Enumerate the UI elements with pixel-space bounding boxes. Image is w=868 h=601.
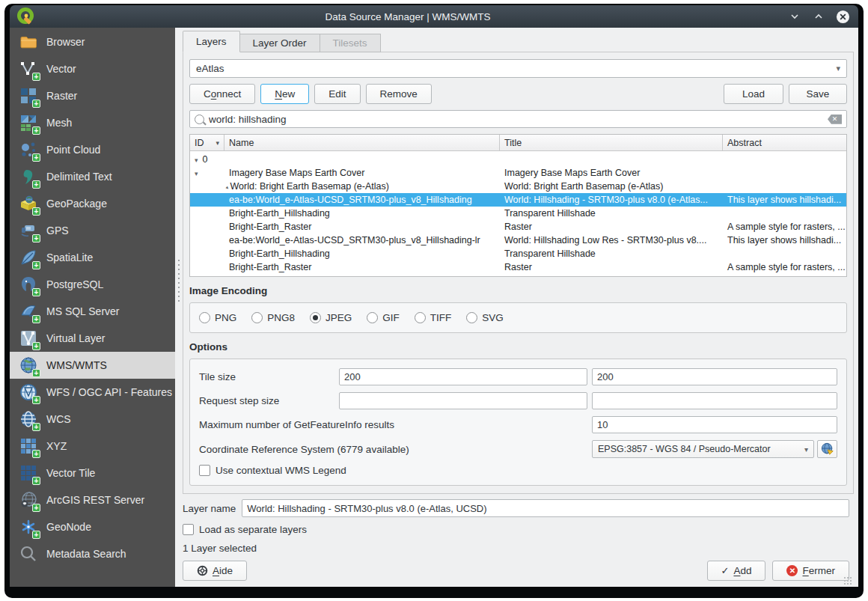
save-button[interactable]: Save [789, 84, 847, 104]
elephant-icon: + [19, 275, 37, 293]
geonode-icon: + [19, 518, 37, 536]
radio-icon [199, 312, 210, 323]
sidebar-item-label: GeoPackage [46, 198, 107, 210]
image-encoding-group: PNG PNG8 JPEG GIF TIFF SVG [189, 302, 847, 333]
raster-icon: + [19, 87, 37, 105]
table-row[interactable]: Bright-Earth_HillshadingTransparent Hill… [190, 247, 846, 260]
help-button[interactable]: Aide [183, 561, 247, 581]
tab-layer-order[interactable]: Layer Order [240, 34, 320, 52]
load-as-separate-layers-checkbox[interactable]: Load as separate layers [183, 524, 849, 535]
xyz-tiles-icon: + [19, 437, 37, 455]
resize-grip[interactable] [843, 576, 852, 585]
radio-gif[interactable]: GIF [367, 312, 400, 323]
table-row[interactable]: Bright-Earth_HillshadingTransparent Hill… [190, 207, 846, 220]
sidebar-item-geonode[interactable]: + GeoNode [10, 513, 175, 540]
layer-name-input[interactable] [242, 499, 849, 517]
max-getfeatureinfo-input[interactable] [592, 416, 837, 433]
add-badge: + [32, 261, 40, 269]
use-contextual-wms-legend-checkbox[interactable]: Use contextual WMS Legend [199, 465, 837, 476]
sidebar-item-wms-wmts[interactable]: + WMS/WMTS [10, 352, 175, 379]
new-button[interactable]: New [260, 84, 309, 104]
request-step-height-input[interactable] [592, 392, 837, 409]
table-row[interactable]: ea-be:World_e-Atlas-UCSD_SRTM30-plus_v8_… [190, 234, 846, 247]
load-button[interactable]: Load [724, 84, 783, 104]
add-button[interactable]: ✓ Add [707, 561, 766, 581]
radio-svg[interactable]: SVG [466, 312, 504, 323]
vector-icon: + [19, 60, 37, 78]
tab-layers[interactable]: Layers [183, 31, 240, 52]
sidebar-item-raster[interactable]: + Raster [10, 82, 175, 109]
close-dialog-button[interactable]: ✕ Fermer [772, 561, 849, 581]
table-header-row: ID▾ Name Title Abstract [190, 135, 846, 151]
radio-png[interactable]: PNG [199, 312, 236, 323]
close-circle-icon: ✕ [786, 565, 798, 576]
options-group: Tile size Request step size Maximum numb… [189, 359, 847, 486]
table-row[interactable]: Bright-Earth_RasterRasterA sample style … [190, 260, 846, 274]
sidebar-item-wfs-ogc-api[interactable]: + WFS / OGC API - Features [10, 379, 175, 406]
radio-label: TIFF [430, 312, 452, 323]
sidebar-item-browser[interactable]: Browser [10, 28, 175, 55]
column-header-id[interactable]: ID▾ [190, 135, 224, 150]
radio-jpeg[interactable]: JPEG [310, 312, 352, 323]
sidebar-item-wcs[interactable]: + WCS [10, 406, 175, 433]
selection-status-text: 1 Layer selected [183, 543, 849, 554]
sidebar-item-vector-tile[interactable]: + Vector Tile [10, 460, 175, 486]
sidebar-item-geopackage[interactable]: + GeoPackage [10, 190, 175, 217]
sidebar-item-spatialite[interactable]: + SpatiaLite [10, 244, 175, 271]
sidebar-item-mesh[interactable]: + Mesh [10, 109, 175, 136]
sort-icon: ▾ [216, 139, 219, 147]
sidebar-item-arcgis-rest-server[interactable]: + ArcGIS REST Server [10, 486, 175, 513]
sidebar-item-vector[interactable]: + Vector [10, 55, 175, 82]
table-row[interactable]: ▾0 [190, 153, 846, 166]
minimize-icon[interactable] [786, 7, 804, 25]
expand-icon[interactable]: ▾ [195, 170, 198, 177]
sidebar-item-point-cloud[interactable]: + Point Cloud [10, 136, 175, 163]
wms-globe-icon: + [19, 356, 37, 374]
maximize-icon[interactable] [810, 7, 828, 25]
connect-button[interactable]: Connect [189, 84, 255, 104]
sidebar-item-metadata-search[interactable]: Metadata Search [10, 540, 175, 567]
wfs-globe-icon: + [19, 383, 37, 401]
table-row-selected[interactable]: ea-be:World_e-Atlas-UCSD_SRTM30-plus_v8_… [190, 193, 846, 207]
radio-label: SVG [482, 312, 504, 323]
crs-select[interactable]: EPSG:3857 - WGS 84 / Pseudo-Mercator ▾ [592, 440, 814, 458]
layers-tab-page: eAtlas ▾ Connect New Edit Remove Load Sa… [183, 52, 854, 494]
tile-size-height-input[interactable] [592, 368, 837, 385]
column-header-title[interactable]: Title [500, 135, 723, 150]
radio-tiff[interactable]: TIFF [415, 312, 452, 323]
arcgis-globe-icon: + [19, 491, 37, 509]
edit-button[interactable]: Edit [314, 84, 360, 104]
close-icon[interactable] [834, 7, 852, 25]
sidebar-item-delimited-text[interactable]: + Delimited Text [10, 163, 175, 190]
layer-filter-input[interactable] [209, 114, 823, 125]
clear-filter-icon[interactable]: ✕ [828, 115, 842, 124]
sidebar-item-ms-sql-server[interactable]: + MS SQL Server [10, 298, 175, 325]
sidebar-item-label: Metadata Search [46, 548, 126, 560]
sidebar-item-gps[interactable]: + GPS [10, 217, 175, 244]
radio-label: PNG8 [267, 312, 295, 323]
remove-button[interactable]: Remove [366, 84, 432, 104]
crs-picker-button[interactable] [817, 440, 837, 458]
search-icon [195, 115, 204, 124]
connection-select[interactable]: eAtlas ▾ [189, 59, 847, 78]
data-source-manager-window: Data Source Manager | WMS/WMTS Browser +… [4, 4, 864, 598]
table-row[interactable]: Bright-Earth_RasterRasterA sample style … [190, 220, 846, 234]
column-header-abstract[interactable]: Abstract [723, 135, 846, 150]
expand-icon[interactable]: ▾ [195, 156, 198, 164]
sidebar-item-postgresql[interactable]: + PostgreSQL [10, 271, 175, 298]
request-step-width-input[interactable] [339, 392, 587, 409]
sidebar-item-virtual-layer[interactable]: + Virtual Layer [10, 325, 175, 352]
dialog-footer: Layer name Load as separate layers 1 Lay… [183, 494, 854, 587]
sidebar-item-xyz[interactable]: + XYZ [10, 433, 175, 460]
feather-icon: + [19, 248, 37, 266]
table-row[interactable]: ▾World: Bright Earth Basemap (e-Atlas) W… [190, 180, 846, 193]
table-row[interactable]: ▾ Imagery Base Maps Earth CoverImagery B… [190, 166, 846, 180]
sidebar-splitter-handle[interactable] [175, 28, 183, 587]
radio-png8[interactable]: PNG8 [251, 312, 295, 323]
tile-size-width-input[interactable] [339, 368, 587, 385]
column-header-name[interactable]: Name [224, 135, 500, 150]
qgis-logo-icon [16, 7, 36, 26]
add-badge: + [32, 369, 40, 377]
tab-label: Layer Order [253, 37, 307, 49]
add-badge: + [32, 126, 40, 135]
